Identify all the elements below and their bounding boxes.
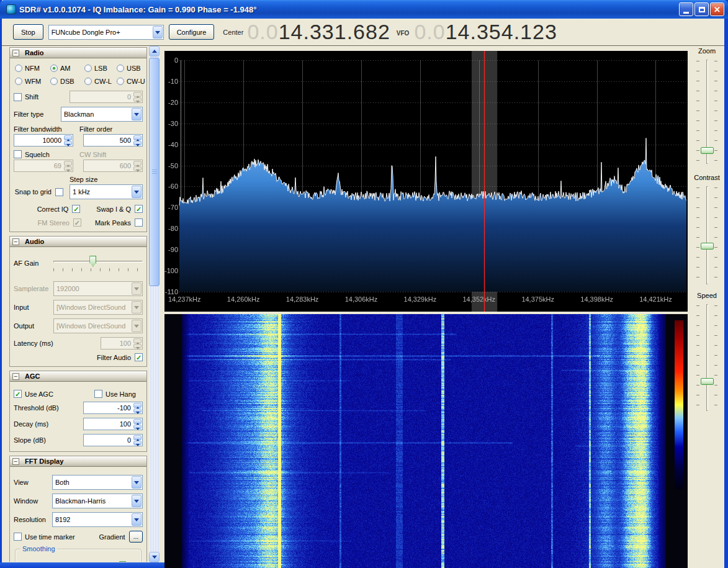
maximize-button[interactable] <box>694 2 709 16</box>
scrollbar-thumb[interactable] <box>149 58 160 286</box>
view-select[interactable]: Both <box>52 475 143 490</box>
vfo-frequency-display[interactable]: 0.014.354.123 <box>414 20 557 44</box>
spin-down-icon <box>133 97 142 102</box>
use-hang-checkbox[interactable]: ✓ <box>94 390 102 398</box>
zoom-slider[interactable] <box>696 60 717 164</box>
mode-dsb[interactable]: DSB <box>50 78 84 85</box>
step-size-select[interactable]: 1 kHz <box>70 184 143 199</box>
sidebar: − Radio NFM AM LSB USB WFM DSB CW-L CW-U… <box>7 46 147 562</box>
fm-stereo-label: FM Stereo <box>38 219 70 227</box>
source-select[interactable]: FUNcube Dongle Pro+ <box>48 25 164 40</box>
s-attack-slider-thumb[interactable] <box>119 561 126 562</box>
af-gain-label: AF Gain <box>14 259 53 267</box>
waterfall-display[interactable] <box>164 314 688 568</box>
radio-button[interactable] <box>84 78 92 85</box>
filter-type-label: Filter type <box>14 110 43 118</box>
zoom-label: Zoom <box>698 47 716 55</box>
mode-lsb[interactable]: LSB <box>84 65 117 72</box>
maximize-icon <box>699 7 705 12</box>
snap-to-grid-label: Snap to grid <box>15 188 52 196</box>
swap-iq-checkbox[interactable]: ✓ <box>135 205 143 213</box>
use-agc-checkbox[interactable]: ✓ <box>14 390 22 398</box>
filter-audio-checkbox[interactable]: ✓ <box>135 353 143 361</box>
s-attack-slider[interactable] <box>55 561 137 562</box>
radio-button[interactable] <box>50 65 58 72</box>
display-area <box>164 46 688 568</box>
configure-button[interactable]: Configure <box>169 24 215 40</box>
mark-peaks-checkbox[interactable]: ✓ <box>135 219 143 227</box>
collapse-icon[interactable]: − <box>12 238 19 245</box>
radio-button[interactable] <box>15 78 22 85</box>
time-marker-checkbox[interactable]: ✓ <box>14 533 22 541</box>
panel-audio-header[interactable]: − Audio <box>10 237 146 247</box>
app-icon <box>6 4 16 14</box>
af-gain-slider[interactable] <box>53 255 143 268</box>
panel-radio-header[interactable]: − Radio <box>10 48 146 58</box>
mode-wfm[interactable]: WFM <box>15 78 50 85</box>
spin-up-icon[interactable] <box>133 135 142 140</box>
shift-checkbox[interactable]: ✓ <box>14 93 22 101</box>
radio-button[interactable] <box>117 65 124 72</box>
panel-radio-title: Radio <box>25 49 44 56</box>
cw-shift-field: 600 <box>83 160 143 172</box>
dropdown-arrow-icon <box>153 26 163 38</box>
minimize-button[interactable] <box>679 2 693 16</box>
gradient-button[interactable]: ... <box>129 531 143 543</box>
zoom-slider-thumb[interactable] <box>701 147 714 154</box>
speed-slider-thumb[interactable] <box>701 378 714 385</box>
mode-usb[interactable]: USB <box>117 65 145 72</box>
latency-label: Latency (ms) <box>14 340 53 347</box>
spectrum-display[interactable] <box>164 51 688 312</box>
filter-bandwidth-field[interactable]: 10000 <box>14 134 73 147</box>
collapse-icon[interactable]: − <box>12 50 19 56</box>
dropdown-arrow-icon <box>132 476 142 489</box>
radio-button[interactable] <box>117 78 124 85</box>
center-frequency-display[interactable]: 0.014.331.682 <box>247 20 390 44</box>
af-gain-slider-thumb[interactable] <box>89 256 96 267</box>
spin-up-icon <box>133 92 142 97</box>
spin-down-icon[interactable] <box>133 141 142 146</box>
mode-cwu[interactable]: CW-U <box>117 78 145 85</box>
threshold-field[interactable]: -100 <box>83 402 143 414</box>
mode-selector: NFM AM LSB USB WFM DSB CW-L CW-U <box>15 65 143 85</box>
collapse-icon[interactable]: − <box>12 458 19 465</box>
mode-am[interactable]: AM <box>50 65 84 72</box>
scroll-up-button[interactable] <box>149 46 160 56</box>
dropdown-arrow-icon <box>132 108 142 120</box>
spin-up-icon[interactable] <box>64 135 72 140</box>
decay-field[interactable]: 100 <box>83 418 143 430</box>
sidebar-scrollbar[interactable] <box>149 46 160 562</box>
slope-field[interactable]: 0 <box>83 434 143 446</box>
correct-iq-checkbox[interactable]: ✓ <box>72 205 80 213</box>
vfo-frequency-value: 14.354.123 <box>446 20 557 43</box>
radio-button[interactable] <box>50 78 58 85</box>
title-bar[interactable]: SDR# v1.0.0.1074 - IQ Imbalance: Gain = … <box>0 0 728 19</box>
stop-button[interactable]: Stop <box>13 24 43 40</box>
contrast-slider-thumb[interactable] <box>701 243 714 250</box>
mode-cwl[interactable]: CW-L <box>84 78 117 85</box>
panel-fft-header[interactable]: − FFT Display <box>10 456 146 467</box>
filter-order-field[interactable]: 500 <box>83 134 143 147</box>
squelch-checkbox[interactable]: ✓ <box>14 150 22 158</box>
window-select[interactable]: Blackman-Harris <box>52 494 143 508</box>
shift-field: 0 <box>70 91 143 103</box>
contrast-slider[interactable] <box>696 186 717 284</box>
resolution-label: Resolution <box>14 516 52 523</box>
scrollbar-track[interactable] <box>149 56 160 552</box>
close-button[interactable]: ✕ <box>710 2 724 16</box>
speed-slider[interactable] <box>696 304 717 411</box>
radio-button[interactable] <box>15 65 22 72</box>
center-label: Center <box>223 29 243 36</box>
filter-type-select[interactable]: Blackman <box>61 107 143 122</box>
squelch-field: 69 <box>14 160 73 172</box>
resolution-select[interactable]: 8192 <box>52 512 143 527</box>
panel-audio-title: Audio <box>25 238 44 245</box>
panel-agc-header[interactable]: − AGC <box>10 371 146 382</box>
snap-to-grid-checkbox[interactable]: ✓ <box>55 188 63 196</box>
spin-down-icon[interactable] <box>64 141 72 146</box>
scroll-down-button[interactable] <box>149 552 160 562</box>
mode-nfm[interactable]: NFM <box>15 65 50 72</box>
radio-button[interactable] <box>84 65 92 72</box>
collapse-icon[interactable]: − <box>12 373 19 380</box>
smoothing-group: Smoothing S-Attack S-Decay <box>15 549 142 562</box>
